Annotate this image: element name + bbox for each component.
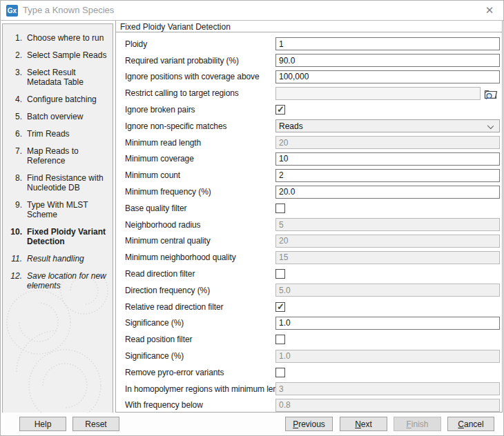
reset-button[interactable]: Reset	[72, 417, 119, 431]
field-label: Read direction filter	[125, 269, 275, 279]
minimum-neighborhood-quality-input	[275, 251, 500, 264]
step-label: Trim Reads	[27, 129, 70, 139]
folder-search-icon	[484, 88, 498, 99]
previous-button-label: Previous	[286, 419, 332, 429]
field-label: Relative read direction filter	[125, 302, 275, 312]
next-button-label: Next	[340, 419, 387, 429]
finish-button-label: Finish	[394, 419, 440, 429]
step-number: 2.	[8, 50, 22, 60]
help-button[interactable]: Help	[19, 417, 66, 431]
wizard-dialog: Gx Type a Known Species ✕ 1. Choose wher…	[0, 0, 504, 436]
wizard-steps-sidebar: 1. Choose where to run 2. Select Sample …	[2, 23, 113, 414]
cancel-button[interactable]: Cancel	[447, 417, 494, 431]
next-button[interactable]: Next	[340, 417, 387, 431]
step-number: 6.	[8, 129, 22, 139]
file-picker	[275, 86, 500, 101]
field-label: Ignore broken pairs	[125, 105, 275, 115]
read-direction-filter-row: Read direction filter	[125, 266, 500, 282]
button-bar: Help Reset Previous Next Finish Cancel	[1, 413, 503, 435]
app-icon: Gx	[6, 5, 18, 17]
step-label: Find Resistance with Nucleotide DB	[27, 173, 110, 192]
ignore-coverage-above-input[interactable]	[275, 70, 500, 83]
step-type-with-mlst-scheme: 9. Type With MLST Scheme	[8, 200, 110, 219]
step-number: 10.	[8, 227, 22, 246]
minimum-frequency-row: Minimum frequency (%)	[125, 184, 500, 200]
field-label: Minimum read length	[125, 138, 275, 148]
finish-button: Finish	[394, 417, 441, 431]
step-label: Choose where to run	[27, 33, 104, 43]
required-variant-probability-input[interactable]	[275, 54, 500, 67]
ploidy-row: Ploidy	[125, 36, 500, 52]
target-regions-row: Restrict calling to target regions	[125, 85, 500, 101]
close-icon[interactable]: ✕	[482, 3, 497, 18]
frequency-below-row: With frequency below	[125, 397, 500, 414]
step-configure-batching: 4. Configure batching	[8, 95, 110, 104]
step-number: 11.	[8, 254, 22, 264]
minimum-count-row: Minimum count	[125, 167, 500, 184]
step-map-reads-to-reference: 7. Map Reads to Reference	[8, 146, 110, 166]
step-label: Select Result Metadata Table	[27, 68, 110, 87]
step-number: 9.	[8, 200, 22, 219]
base-quality-filter-checkbox[interactable]	[275, 204, 285, 213]
step-save-location-new-elements: 12. Save location for new elements	[8, 271, 110, 290]
minimum-central-quality-input	[275, 235, 500, 248]
read-direction-filter-checkbox[interactable]	[275, 269, 285, 279]
minimum-frequency-input[interactable]	[275, 186, 500, 199]
step-find-resistance-nucleotide-db: 8. Find Resistance with Nucleotide DB	[8, 173, 110, 192]
field-label: Ignore positions with coverage above	[125, 72, 275, 81]
field-label: Neighborhood radius	[125, 220, 275, 230]
significance-disabled-input	[275, 350, 500, 363]
cancel-button-label: Cancel	[448, 419, 494, 429]
ignore-nonspecific-matches-row: Ignore non-specific matches Reads	[125, 118, 500, 135]
ploidy-input[interactable]	[275, 37, 500, 50]
title-bar: Gx Type a Known Species ✕	[1, 1, 503, 21]
field-label: Significance (%)	[125, 318, 275, 328]
minimum-count-input[interactable]	[275, 169, 500, 182]
step-select-sample-reads: 2. Select Sample Reads	[8, 50, 110, 60]
field-label: Significance (%)	[125, 351, 275, 361]
field-label: With frequency below	[125, 400, 275, 410]
step-label: Result handling	[27, 254, 84, 264]
required-variant-probability-row: Required variant probability (%)	[125, 52, 500, 69]
step-label: Save location for new elements	[27, 271, 110, 290]
significance-input[interactable]	[275, 317, 500, 330]
ignore-broken-pairs-checkbox[interactable]	[275, 105, 285, 115]
relative-read-direction-filter-checkbox[interactable]	[275, 302, 285, 312]
step-fixed-ploidy-variant-detection: 10. Fixed Ploidy Variant Detection	[8, 227, 110, 246]
field-label: Ploidy	[125, 39, 275, 49]
ignore-coverage-above-row: Ignore positions with coverage above	[125, 69, 500, 86]
browse-button[interactable]	[482, 86, 500, 101]
ignore-nonspecific-matches-select[interactable]: Reads	[275, 119, 500, 132]
step-number: 7.	[8, 146, 22, 166]
chevron-down-icon	[487, 123, 494, 129]
step-number: 5.	[8, 112, 22, 121]
field-label: Required variant probability (%)	[125, 56, 275, 66]
direction-frequency-input	[275, 284, 500, 297]
step-batch-overview: 5. Batch overview	[8, 112, 110, 121]
field-label: In homopolymer regions with minimum leng…	[125, 384, 275, 394]
homopolymer-min-length-row: In homopolymer regions with minimum leng…	[125, 381, 500, 397]
field-label: Minimum count	[125, 170, 275, 180]
step-choose-where-to-run: 1. Choose where to run	[8, 33, 110, 43]
previous-button[interactable]: Previous	[285, 417, 333, 431]
field-label: Read position filter	[125, 335, 275, 344]
step-label: Fixed Ploidy Variant Detection	[27, 227, 110, 246]
neighborhood-radius-input	[275, 218, 500, 231]
field-label: Direction frequency (%)	[125, 286, 275, 295]
frequency-below-input	[275, 399, 500, 412]
relative-read-direction-filter-row: Relative read direction filter	[125, 299, 500, 315]
remove-pyro-error-checkbox[interactable]	[275, 368, 285, 377]
step-trim-reads: 6. Trim Reads	[8, 129, 110, 139]
field-label: Minimum neighborhood quality	[125, 252, 275, 262]
minimum-coverage-input[interactable]	[275, 152, 500, 166]
step-label: Map Reads to Reference	[27, 146, 110, 166]
window-title: Type a Known Species	[23, 5, 114, 15]
read-position-filter-checkbox[interactable]	[275, 335, 285, 344]
step-label: Select Sample Reads	[27, 50, 106, 60]
reset-button-label: Reset	[73, 419, 119, 429]
step-list: 1. Choose where to run 2. Select Sample …	[3, 24, 113, 290]
field-label: Minimum central quality	[125, 236, 275, 246]
direction-frequency-row: Direction frequency (%)	[125, 282, 500, 299]
ignore-broken-pairs-row: Ignore broken pairs	[125, 101, 500, 118]
field-label: Remove pyro-error variants	[125, 368, 275, 377]
